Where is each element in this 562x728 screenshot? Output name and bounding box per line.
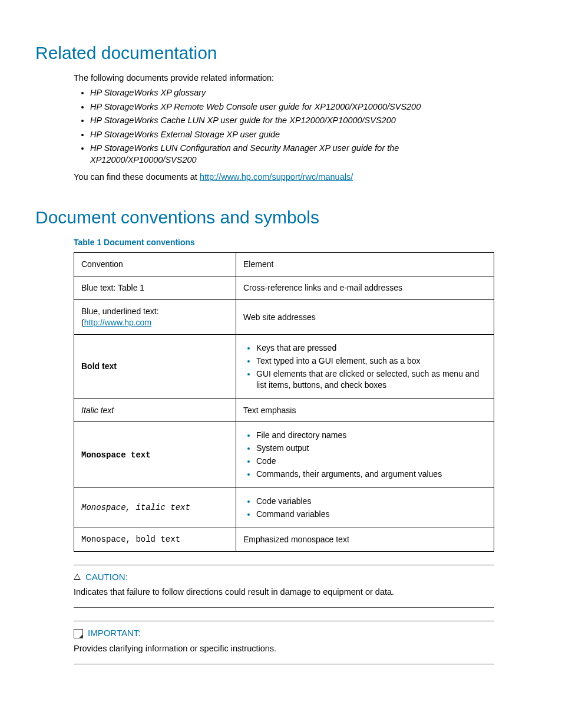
important-icon bbox=[74, 629, 83, 638]
italic-text: Italic text bbox=[81, 406, 114, 415]
cell: Emphasized monospace text bbox=[236, 528, 494, 551]
cell: Monospace text bbox=[74, 422, 236, 488]
table-row: Monospace text File and directory names … bbox=[74, 422, 494, 488]
table-row: Monospace, bold text Emphasized monospac… bbox=[74, 528, 494, 551]
cell: Code variables Command variables bbox=[236, 487, 494, 528]
intro-text: The following documents provide related … bbox=[74, 73, 494, 84]
list-item: Command variables bbox=[256, 509, 487, 520]
hp-link[interactable]: http://www.hp.com bbox=[84, 318, 151, 327]
cell: Monospace, bold text bbox=[74, 528, 236, 551]
mono-text: Monospace text bbox=[81, 450, 151, 460]
cell: Web site addresses bbox=[236, 300, 494, 335]
cell: Italic text bbox=[74, 398, 236, 422]
cell: File and directory names System output C… bbox=[236, 422, 494, 488]
table-row: Blue text: Table 1 Cross-reference links… bbox=[74, 276, 494, 300]
outro-pre: You can find these documents at bbox=[74, 172, 200, 182]
important-block: IMPORTANT: Provides clarifying informati… bbox=[74, 621, 494, 664]
th-convention: Convention bbox=[74, 253, 236, 276]
outro-text: You can find these documents at http://w… bbox=[74, 172, 494, 183]
cell: Cross-reference links and e-mail address… bbox=[236, 276, 494, 300]
section2-body: Table 1 Document conventions Convention … bbox=[74, 237, 494, 552]
caution-icon bbox=[74, 574, 81, 580]
list-item: HP StorageWorks XP glossary bbox=[90, 87, 494, 99]
list-item: Code variables bbox=[256, 496, 487, 507]
list-item: HP StorageWorks External Storage XP user… bbox=[90, 129, 494, 141]
conventions-table: Convention Element Blue text: Table 1 Cr… bbox=[74, 252, 494, 551]
caution-text: Indicates that failure to follow directi… bbox=[74, 587, 494, 598]
table-caption: Table 1 Document conventions bbox=[74, 237, 494, 248]
cell: Bold text bbox=[74, 334, 236, 398]
list-item: System output bbox=[256, 443, 487, 454]
th-element: Element bbox=[236, 253, 494, 276]
bold-text: Bold text bbox=[81, 361, 117, 371]
list-item: Text typed into a GUI element, such as a… bbox=[256, 355, 487, 367]
list-item: GUI elements that are clicked or selecte… bbox=[256, 368, 487, 391]
important-label: IMPORTANT: bbox=[88, 627, 140, 639]
list-item: HP StorageWorks LUN Configuration and Se… bbox=[90, 143, 494, 166]
section-heading-related: Related documentation bbox=[35, 41, 494, 65]
text: Table 1 bbox=[118, 283, 144, 292]
list-item: Keys that are pressed bbox=[256, 342, 487, 354]
important-text: Provides clarifying information or speci… bbox=[74, 643, 494, 655]
section1-body: The following documents provide related … bbox=[74, 73, 494, 184]
text: Blue text: bbox=[81, 283, 118, 292]
caution-block: CAUTION: Indicates that failure to follo… bbox=[74, 565, 494, 608]
list-item: Commands, their arguments, and argument … bbox=[256, 469, 487, 480]
list-item: HP StorageWorks XP Remote Web Console us… bbox=[90, 101, 494, 113]
table-row: Bold text Keys that are pressed Text typ… bbox=[74, 334, 494, 398]
manuals-link[interactable]: http://www.hp.com/support/rwc/manuals/ bbox=[200, 172, 353, 182]
section-heading-conventions: Document conventions and symbols bbox=[35, 206, 494, 230]
cell: Monospace, italic text bbox=[74, 487, 236, 528]
mono-italic-text: Monospace, italic text bbox=[81, 503, 190, 512]
cell: Blue text: Table 1 bbox=[74, 276, 236, 300]
related-docs-list: HP StorageWorks XP glossary HP StorageWo… bbox=[74, 87, 494, 166]
cell: Blue, underlined text: (http://www.hp.co… bbox=[74, 300, 236, 335]
cell: Keys that are pressed Text typed into a … bbox=[236, 334, 494, 398]
list-item: HP StorageWorks Cache LUN XP user guide … bbox=[90, 115, 494, 127]
list-item: Code bbox=[256, 456, 487, 467]
table-row: Monospace, italic text Code variables Co… bbox=[74, 487, 494, 528]
cell: Text emphasis bbox=[236, 398, 494, 422]
caution-label: CAUTION: bbox=[85, 571, 128, 583]
table-header-row: Convention Element bbox=[74, 253, 494, 276]
table-row: Italic text Text emphasis bbox=[74, 398, 494, 422]
list-item: File and directory names bbox=[256, 430, 487, 441]
table-row: Blue, underlined text: (http://www.hp.co… bbox=[74, 300, 494, 335]
